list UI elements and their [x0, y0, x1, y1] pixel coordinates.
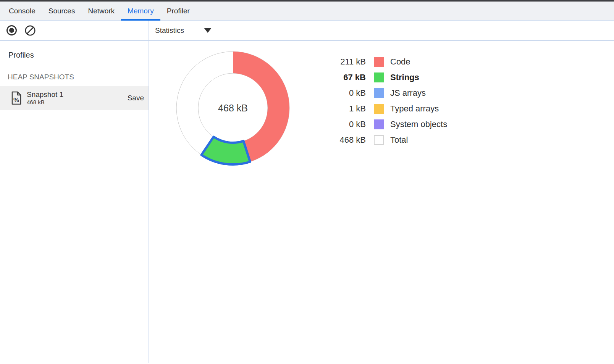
heap-statistics-donut-chart: 468 kB — [170, 45, 296, 171]
snapshot-list-item[interactable]: % Snapshot 1 468 kB Save — [0, 86, 149, 110]
tab-memory[interactable]: Memory — [121, 2, 160, 20]
snapshot-text: Snapshot 1 468 kB — [27, 90, 128, 105]
legend-swatch-total — [374, 135, 384, 145]
legend-size: 67 kB — [323, 72, 366, 82]
tab-sources[interactable]: Sources — [42, 2, 82, 20]
legend-swatch-typed-arrays — [374, 104, 384, 114]
legend-row-system-objects: 0 kB System objects — [323, 116, 447, 132]
legend-row-js-arrays: 0 kB JS arrays — [323, 85, 447, 101]
legend-swatch-code — [374, 57, 384, 67]
legend-label: JS arrays — [390, 88, 426, 98]
legend-swatch-system-objects — [374, 119, 384, 129]
heap-snapshot-file-icon: % — [11, 91, 22, 105]
donut-center-total-label: 468 kB — [218, 103, 248, 113]
legend-label: Total — [390, 135, 408, 145]
save-snapshot-link[interactable]: Save — [128, 94, 144, 102]
legend-label: Strings — [390, 72, 419, 82]
statistics-chart-area: 468 kB 211 kB Code 67 kB Strings 0 kB JS — [149, 41, 614, 363]
record-dot — [9, 28, 14, 33]
clear-profiles-icon[interactable] — [24, 25, 36, 36]
record-heap-snapshot-icon[interactable] — [6, 25, 17, 35]
legend-size: 0 kB — [323, 119, 366, 129]
legend-row-typed-arrays: 1 kB Typed arrays — [323, 101, 447, 116]
legend-label: System objects — [390, 119, 447, 129]
legend-label: Code — [390, 57, 410, 67]
legend-label: Typed arrays — [390, 104, 439, 114]
memory-main-panel: Statistics 468 kB 211 kB Code — [149, 21, 614, 363]
tab-network[interactable]: Network — [81, 2, 121, 20]
pie-slice-strings-selected[interactable] — [202, 137, 250, 164]
legend-size: 1 kB — [323, 104, 366, 114]
legend-swatch-js-arrays — [374, 88, 384, 98]
legend-size: 468 kB — [323, 135, 366, 145]
heap-snapshots-section-title: HEAP SNAPSHOTS — [8, 73, 149, 81]
dropdown-caret-icon — [204, 28, 212, 33]
legend-swatch-strings — [374, 72, 384, 82]
chart-legend: 211 kB Code 67 kB Strings 0 kB JS arrays… — [323, 54, 447, 148]
snapshot-name: Snapshot 1 — [27, 90, 128, 99]
legend-row-code: 211 kB Code — [323, 54, 447, 69]
tab-console[interactable]: Console — [2, 2, 42, 20]
panel-body: Profiles HEAP SNAPSHOTS % Snapshot 1 468… — [0, 21, 614, 363]
legend-row-total: 468 kB Total — [323, 132, 447, 148]
view-toolbar: Statistics — [149, 21, 614, 41]
devtools-tab-bar: Console Sources Network Memory Profiler — [0, 2, 614, 21]
svg-text:%: % — [13, 97, 19, 104]
profiles-header: Profiles — [8, 51, 149, 60]
legend-size: 0 kB — [323, 88, 366, 98]
perspective-dropdown[interactable]: Statistics — [155, 26, 212, 35]
tab-profiler[interactable]: Profiler — [160, 2, 196, 20]
profiles-toolbar — [0, 21, 149, 41]
legend-row-strings: 67 kB Strings — [323, 69, 447, 85]
snapshot-size: 468 kB — [27, 99, 128, 105]
perspective-dropdown-value: Statistics — [155, 26, 184, 35]
profiles-sidebar: Profiles HEAP SNAPSHOTS % Snapshot 1 468… — [0, 21, 149, 363]
legend-size: 211 kB — [323, 57, 366, 67]
